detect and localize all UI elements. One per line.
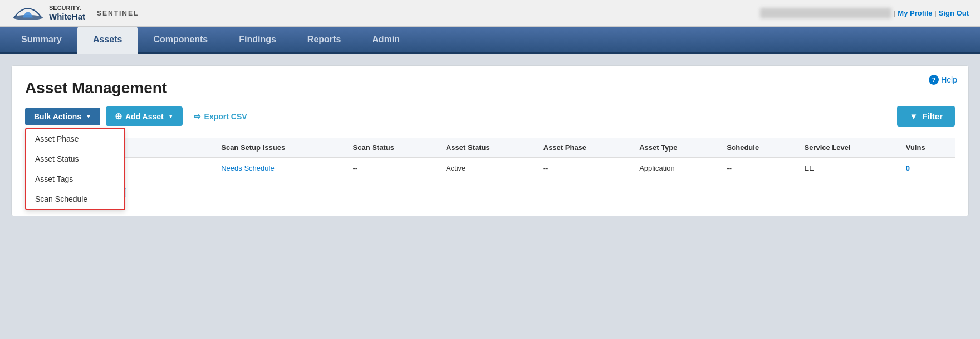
th-asset-status: Asset Status — [439, 138, 537, 158]
user-email: user@example.com — [760, 8, 891, 18]
top-bar: SECURITY. WhiteHat SENTINEL user@example… — [0, 0, 980, 27]
export-csv-button[interactable]: ⇨ Export CSV — [188, 107, 253, 126]
brand-name2: WhiteHat — [49, 12, 85, 22]
top-nav-right: user@example.com | My Profile | Sign Out — [760, 8, 969, 18]
nav-tab-assets[interactable]: Assets — [77, 27, 138, 54]
add-asset-button[interactable]: ⊕ Add Asset ▼ — [106, 106, 183, 126]
td-asset-type: Application — [633, 158, 720, 178]
whitehat-logo — [11, 5, 45, 22]
td-vulns[interactable]: 0 — [899, 158, 955, 178]
th-asset-type: Asset Type — [633, 138, 720, 158]
th-asset-phase: Asset Phase — [537, 138, 633, 158]
th-schedule: Schedule — [720, 138, 797, 158]
nav-tab-components[interactable]: Components — [138, 27, 223, 52]
add-asset-plus-icon: ⊕ — [115, 111, 122, 122]
content-card: ? Help Asset Management Bulk Actions ▼ A… — [11, 65, 969, 216]
th-service-level: Service Level — [797, 138, 899, 158]
dropdown-item-asset-status[interactable]: Asset Status — [26, 149, 124, 169]
toolbar: Bulk Actions ▼ Asset Phase Asset Status … — [25, 106, 955, 127]
bulk-actions-dropdown: Asset Phase Asset Status Asset Tags Scan… — [25, 128, 125, 210]
nav-tab-findings[interactable]: Findings — [223, 27, 292, 52]
help-label: Help — [941, 75, 957, 84]
page-title: Asset Management — [25, 79, 955, 97]
page-content: ? Help Asset Management Bulk Actions ▼ A… — [0, 54, 980, 227]
sign-out-link[interactable]: Sign Out — [939, 9, 969, 17]
td-schedule: -- — [720, 158, 797, 178]
nav-tab-reports[interactable]: Reports — [292, 27, 356, 52]
dropdown-item-scan-schedule[interactable]: Scan Schedule — [26, 189, 124, 209]
help-link[interactable]: ? Help — [929, 75, 957, 85]
nav-tab-admin[interactable]: Admin — [356, 27, 415, 52]
main-nav: Summary Assets Components Findings Repor… — [0, 27, 980, 54]
table-header-row: Scan Setup Issues Scan Status Asset Stat… — [25, 138, 955, 158]
td-service-level: EE — [797, 158, 899, 178]
brand-name: SECURITY. — [49, 4, 85, 12]
bulk-actions-label: Bulk Actions — [34, 112, 81, 121]
dropdown-item-asset-phase[interactable]: Asset Phase — [26, 129, 124, 149]
filter-label: Filter — [922, 112, 943, 121]
th-scan-setup: Scan Setup Issues — [214, 138, 346, 158]
td-asset-phase: -- — [537, 158, 633, 178]
quick-actions-bar: Quick Actions: ⊕ 🏷 0 📄 — [25, 181, 955, 202]
th-vulns: Vulns — [899, 138, 955, 158]
bulk-actions-container: Bulk Actions ▼ Asset Phase Asset Status … — [25, 108, 100, 125]
nav-tab-summary[interactable]: Summary — [6, 27, 77, 52]
bulk-actions-caret: ▼ — [86, 113, 91, 119]
add-asset-label: Add Asset — [125, 112, 164, 121]
bulk-actions-button[interactable]: Bulk Actions ▼ — [25, 108, 100, 125]
export-csv-icon: ⇨ — [194, 112, 201, 122]
brand-product: SENTINEL — [92, 9, 139, 17]
help-icon: ? — [929, 75, 939, 85]
filter-button[interactable]: ▼ Filter — [897, 106, 955, 127]
asset-table: Scan Setup Issues Scan Status Asset Stat… — [25, 138, 955, 202]
my-profile-link[interactable]: My Profile — [898, 9, 932, 17]
filter-icon: ▼ — [909, 112, 918, 121]
table-row: Needs Schedule -- Active -- Application … — [25, 158, 955, 178]
td-scan-status: -- — [346, 158, 439, 178]
dropdown-item-asset-tags[interactable]: Asset Tags — [26, 169, 124, 189]
quick-actions-row: Quick Actions: ⊕ 🏷 0 📄 — [25, 178, 955, 202]
th-scan-status: Scan Status — [346, 138, 439, 158]
export-csv-label: Export CSV — [204, 112, 247, 121]
add-asset-caret: ▼ — [168, 113, 174, 119]
td-asset-status: Active — [439, 158, 537, 178]
td-scan-setup[interactable]: Needs Schedule — [214, 158, 346, 178]
logo-area: SECURITY. WhiteHat SENTINEL — [11, 4, 139, 22]
